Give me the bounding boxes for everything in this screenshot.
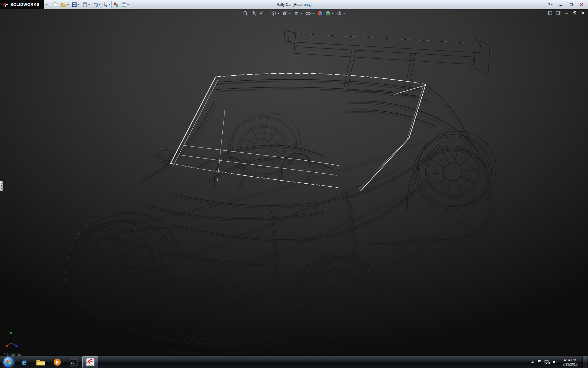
zoom-to-area-icon[interactable] [251, 10, 257, 17]
display-style-icon[interactable] [293, 10, 303, 17]
panel-splitter-handle[interactable] [0, 181, 3, 191]
undo-icon[interactable] [92, 1, 102, 8]
view-settings-icon[interactable] [336, 10, 346, 17]
select-cursor-icon[interactable] [103, 1, 112, 8]
menu-expand-arrow[interactable] [46, 3, 47, 6]
volume-icon[interactable] [553, 360, 558, 364]
view-orientation-icon[interactable] [282, 10, 292, 17]
file-explorer-icon[interactable] [33, 356, 49, 368]
title-bar: SOLIDWORKS [0, 0, 588, 9]
system-tray: 4:04 PM 7/13/2015 [531, 356, 588, 368]
hidden-icons-chevron[interactable] [531, 361, 534, 363]
clock-date: 7/13/2015 [563, 362, 578, 366]
maximize-button[interactable] [567, 1, 576, 8]
close-button[interactable] [577, 1, 586, 8]
pane-toggle-left-icon[interactable] [547, 10, 552, 15]
options-sheet-icon[interactable] [120, 1, 130, 8]
network-icon[interactable] [545, 360, 550, 364]
brand-text: SOLIDWORKS [10, 2, 40, 7]
reference-triad[interactable] [5, 329, 24, 349]
doc-close-button[interactable] [580, 10, 586, 15]
save-icon[interactable] [71, 1, 81, 8]
toolbar-separator [268, 11, 268, 16]
solidworks-logo[interactable]: SOLIDWORKS [0, 0, 44, 9]
edit-appearance-icon[interactable] [317, 10, 323, 17]
pane-toggle-right-icon[interactable] [555, 10, 561, 15]
action-center-flag-icon[interactable] [537, 360, 541, 364]
media-player-icon[interactable] [49, 356, 65, 368]
ds-logo-icon [2, 2, 9, 7]
doc-minimize-button[interactable] [564, 10, 569, 15]
section-view-icon[interactable] [271, 10, 280, 17]
windows-flag-icon [6, 359, 11, 365]
doc-restore-button[interactable] [572, 10, 577, 15]
show-desktop-button[interactable] [582, 356, 587, 368]
view-orientation-label: *Dimetric [4, 352, 21, 356]
new-document-icon[interactable] [52, 1, 59, 8]
headsup-toolbar [243, 10, 346, 17]
zoom-to-fit-icon[interactable] [243, 10, 249, 17]
taskbar-clock[interactable]: 4:04 PM 7/13/2015 [561, 358, 579, 366]
window-controls: ? [546, 0, 586, 9]
previous-view-icon[interactable] [259, 10, 266, 17]
apply-scene-icon[interactable] [325, 10, 334, 17]
sw-version-badge: 2015 [88, 364, 93, 367]
print-icon[interactable] [81, 1, 91, 8]
start-button[interactable] [3, 357, 14, 368]
document-controls [547, 10, 586, 15]
internet-explorer-icon[interactable]: e [16, 356, 32, 368]
graphics-viewport[interactable]: *Dimetric [0, 9, 588, 356]
solidworks-2015-icon[interactable]: 2015 [82, 356, 98, 368]
command-prompt-icon[interactable] [66, 356, 82, 368]
minimize-button[interactable] [556, 1, 565, 8]
window-title: Rally Car [Read-only] [277, 2, 311, 7]
help-button[interactable]: ? [546, 1, 555, 8]
main-toolbar [52, 1, 130, 8]
clock-time: 4:04 PM [563, 358, 578, 362]
taskbar: e 2015 4:04 PM 7/13/2015 [0, 356, 588, 368]
wireframe-car-model[interactable] [0, 9, 588, 356]
open-icon[interactable] [60, 1, 70, 8]
hide-show-items-icon[interactable] [305, 10, 315, 17]
rebuild-icon[interactable] [112, 1, 120, 8]
